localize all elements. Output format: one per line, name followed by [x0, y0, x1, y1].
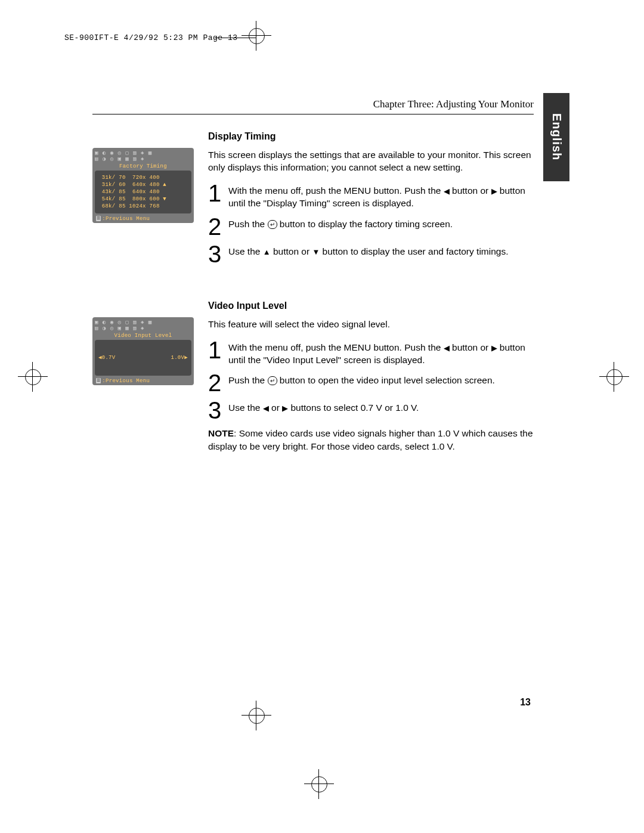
note-text: : Some video cards use video signals hig…	[208, 428, 533, 451]
step-text: Push the ↵ button to open the video inpu…	[228, 372, 495, 387]
section-title: Video Input Level	[208, 301, 534, 311]
note-label: NOTE	[208, 428, 234, 438]
osd-video-input: ▣ ◐ ◉ ◎ ▢ ▥ ◈ ▦▤ ◑ ◎ ▣ ▦ ▥ ◈ Video Input…	[92, 317, 194, 385]
step-number: 2	[208, 216, 228, 237]
osd-voltage-right: 1.0V▶	[171, 354, 188, 361]
chapter-title: Chapter Three: Adjusting Your Monitor	[92, 98, 534, 110]
step-1: 1 With the menu off, push the MENU butto…	[208, 339, 534, 367]
osd-column: ▣ ◐ ◉ ◎ ▢ ▥ ◈ ▦▤ ◑ ◎ ▣ ▦ ▥ ◈ Factory Tim…	[92, 131, 194, 223]
crop-header-text: SE-900IFT-E 4/29/92 5:23 PM Page 13	[64, 33, 238, 42]
osd-voltage-left: ◀0.7V	[98, 354, 171, 361]
right-arrow-icon: ▶	[491, 186, 497, 197]
step-text: With the menu off, push the MENU button.…	[228, 182, 534, 210]
step-number: 2	[208, 372, 228, 394]
osd-column: ▣ ◐ ◉ ◎ ▢ ▥ ◈ ▦▤ ◑ ◎ ▣ ▦ ▥ ◈ Video Input…	[92, 301, 194, 385]
step-2: 2 Push the ↵ button to open the video in…	[208, 372, 534, 394]
up-arrow-icon: ▲	[263, 247, 271, 258]
step-3: 3 Use the ▲ button or ▼ button to displa…	[208, 243, 534, 265]
down-arrow-icon: ▼	[312, 247, 320, 258]
section-display-timing: ▣ ◐ ◉ ◎ ▢ ▥ ◈ ▦▤ ◑ ◎ ▣ ▦ ▥ ◈ Factory Tim…	[92, 131, 534, 271]
step-number: 3	[208, 243, 228, 265]
section-intro: This screen displays the settings that a…	[208, 149, 534, 174]
page-number: 13	[520, 697, 531, 708]
step-text: Push the ↵ button to display the factory…	[228, 216, 453, 231]
left-arrow-icon: ◀	[444, 343, 450, 354]
osd-footer: ☰:Previous Menu	[95, 215, 191, 222]
step-2: 2 Push the ↵ button to display the facto…	[208, 216, 534, 237]
enter-icon: ↵	[268, 220, 277, 229]
menu-key-icon: ☰	[96, 378, 101, 383]
step-text: With the menu off, push the MENU button.…	[228, 339, 534, 367]
osd-icon-row: ▣ ◐ ◉ ◎ ▢ ▥ ◈ ▦▤ ◑ ◎ ▣ ▦ ▥ ◈	[95, 320, 191, 332]
section-video-input: ▣ ◐ ◉ ◎ ▢ ▥ ◈ ▦▤ ◑ ◎ ▣ ▦ ▥ ◈ Video Input…	[92, 301, 534, 453]
menu-key-icon: ☰	[96, 216, 101, 221]
content-area: Chapter Three: Adjusting Your Monitor ▣ …	[92, 98, 534, 483]
step-1: 1 With the menu off, push the MENU butto…	[208, 182, 534, 210]
text-column: Video Input Level This feature will sele…	[208, 301, 534, 453]
step-number: 3	[208, 400, 228, 421]
section-title: Display Timing	[208, 131, 534, 142]
language-tab: English	[543, 93, 569, 181]
registration-mark-icon	[599, 362, 629, 392]
registration-mark-icon	[242, 21, 271, 51]
page: SE-900IFT-E 4/29/92 5:23 PM Page 13 Engl…	[0, 0, 644, 833]
section-intro: This feature will select the video signa…	[208, 318, 534, 331]
osd-icon-row: ▣ ◐ ◉ ◎ ▢ ▥ ◈ ▦▤ ◑ ◎ ▣ ▦ ▥ ◈	[95, 150, 191, 162]
osd-voltage-row: ◀0.7V 1.0V▶	[95, 340, 191, 376]
right-arrow-icon: ▶	[491, 343, 497, 354]
left-arrow-icon: ◀	[263, 403, 269, 414]
osd-title: Factory Timing	[95, 163, 191, 169]
osd-title: Video Input Level	[95, 333, 191, 339]
divider	[92, 114, 534, 114]
step-number: 1	[208, 339, 228, 361]
step-text: Use the ◀ or ▶ buttons to select 0.7 V o…	[228, 400, 419, 414]
note-block: NOTE: Some video cards use video signals…	[208, 427, 534, 453]
osd-factory-timing: ▣ ◐ ◉ ◎ ▢ ▥ ◈ ▦▤ ◑ ◎ ▣ ▦ ▥ ◈ Factory Tim…	[92, 148, 194, 223]
osd-footer: ☰:Previous Menu	[95, 377, 191, 384]
left-arrow-icon: ◀	[444, 186, 450, 197]
step-3: 3 Use the ◀ or ▶ buttons to select 0.7 V…	[208, 400, 534, 421]
text-column: Display Timing This screen displays the …	[208, 131, 534, 271]
registration-mark-icon	[304, 769, 334, 799]
registration-mark-icon	[18, 362, 48, 392]
step-number: 1	[208, 182, 228, 204]
step-text: Use the ▲ button or ▼ button to display …	[228, 243, 508, 258]
enter-icon: ↵	[268, 376, 277, 385]
right-arrow-icon: ▶	[282, 403, 288, 414]
registration-mark-icon	[242, 701, 271, 730]
osd-timing-list: 31k/ 70 720x 400 31k/ 60 640x 480 ▲ 43k/…	[95, 171, 191, 213]
